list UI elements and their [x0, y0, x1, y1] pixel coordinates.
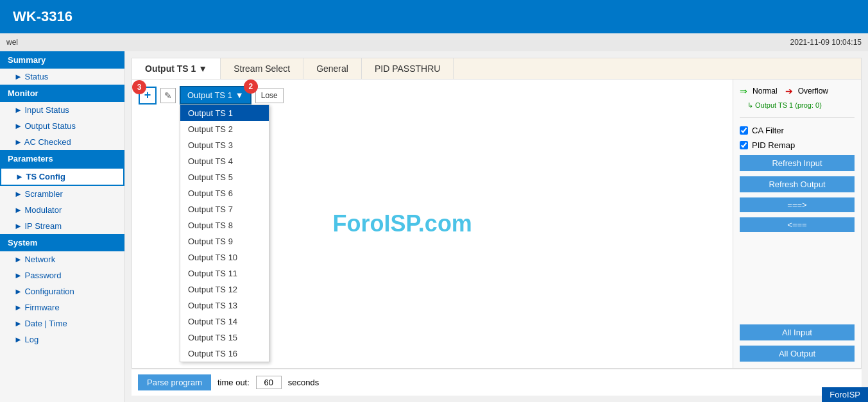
dropdown-item-10[interactable]: Output TS 10	[180, 249, 269, 265]
dropdown-item-12[interactable]: Output TS 12	[180, 281, 269, 297]
sidebar-item-output-status[interactable]: ► Output Status	[0, 118, 124, 134]
sub-arrow-icon: ↳	[747, 101, 753, 109]
topbar: wel 2021-11-09 10:04:15	[0, 33, 868, 51]
sidebar-item-ts-config[interactable]: ► TS Config	[0, 167, 124, 186]
ca-filter-row: CA Filter	[740, 126, 855, 135]
timeout-label: time out:	[217, 378, 250, 387]
welcome-text: wel	[6, 38, 18, 47]
arrow-left-button[interactable]: <===	[740, 217, 855, 232]
ca-filter-checkbox[interactable]	[740, 126, 748, 135]
pid-remap-checkbox[interactable]	[740, 141, 748, 149]
app-header: WK-3316	[0, 0, 868, 33]
refresh-output-button[interactable]: Refresh Output	[740, 176, 855, 192]
seconds-label: seconds	[288, 378, 319, 387]
output-ts-menu: Output TS 1Output TS 2Output TS 3Output …	[180, 105, 269, 362]
arrow-right-button[interactable]: ===>	[740, 197, 855, 212]
sidebar-item-ip-stream[interactable]: ► IP Stream	[0, 218, 124, 234]
sidebar-section-monitor: Monitor	[0, 85, 124, 102]
dropdown-item-13[interactable]: Output TS 13	[180, 297, 269, 314]
dropdown-item-6[interactable]: Output TS 6	[180, 185, 269, 201]
sidebar-item-input-status[interactable]: ► Input Status	[0, 102, 124, 118]
legend-output: Output TS 1 (prog: 0)	[755, 101, 822, 109]
sidebar-item-ac-checked[interactable]: ► AC Checked	[0, 134, 124, 150]
legend-output-row: ↳ Output TS 1 (prog: 0)	[747, 101, 855, 110]
pid-remap-label: PID Remap	[752, 140, 795, 150]
tab-pid-passthru[interactable]: PID PASSTHRU	[362, 58, 454, 79]
all-output-button[interactable]: All Output	[740, 346, 855, 362]
left-panel: 3 + ✎ 2 Output TS 1 ▼	[132, 80, 733, 368]
output-ts-label: Output TS 1	[187, 90, 232, 100]
layout: Summary► StatusMonitor► Input Status► Ou…	[0, 51, 868, 402]
refresh-input-button[interactable]: Refresh Input	[740, 155, 855, 171]
tab-output-ts-1[interactable]: Output TS 1 ▼	[132, 58, 221, 79]
bottom-bar: Parse program time out: seconds	[132, 369, 862, 396]
sidebar-item-firmware[interactable]: ► Firmware	[0, 299, 124, 315]
output-ts-dropdown-button[interactable]: Output TS 1 ▼	[180, 86, 251, 105]
dropdown-item-4[interactable]: Output TS 4	[180, 153, 269, 169]
dropdown-item-5[interactable]: Output TS 5	[180, 169, 269, 185]
content-area: 3 + ✎ 2 Output TS 1 ▼	[132, 79, 862, 369]
sidebar-item-status[interactable]: ► Status	[0, 69, 124, 85]
sidebar: Summary► StatusMonitor► Input Status► Ou…	[0, 51, 125, 402]
dropdown-item-1[interactable]: Output TS 1	[180, 105, 269, 121]
legend-normal-row: ⇒ Normal ➔ Overflow	[740, 86, 855, 96]
chevron-down-icon: ▼	[198, 63, 207, 74]
toolbar: 3 + ✎ 2 Output TS 1 ▼	[139, 86, 726, 105]
dropdown-item-14[interactable]: Output TS 14	[180, 314, 269, 330]
dropdown-item-11[interactable]: Output TS 11	[180, 265, 269, 281]
tab-output-ts-1-label: Output TS 1	[145, 63, 196, 74]
sidebar-section-parameters: Parameters	[0, 150, 124, 167]
dropdown-item-7[interactable]: Output TS 7	[180, 201, 269, 217]
badge-2: 2	[244, 80, 258, 94]
sidebar-item-log[interactable]: ► Log	[0, 331, 124, 348]
dropdown-item-9[interactable]: Output TS 9	[180, 233, 269, 249]
datetime: 2021-11-09 10:04:15	[790, 38, 862, 47]
sidebar-section-system: System	[0, 234, 124, 251]
dropdown-arrow-icon: ▼	[235, 90, 244, 100]
tab-general[interactable]: General	[303, 58, 362, 79]
right-panel: ⇒ Normal ➔ Overflow ↳ Output TS 1 (prog:…	[733, 80, 861, 368]
ca-filter-label: CA Filter	[752, 126, 784, 135]
parse-program-button[interactable]: Parse program	[138, 374, 211, 390]
sidebar-item-configuration[interactable]: ► Configuration	[0, 283, 124, 299]
lose-button[interactable]: Lose	[255, 88, 284, 103]
dropdown-item-2[interactable]: Output TS 2	[180, 121, 269, 137]
sidebar-item-modulator[interactable]: ► Modulator	[0, 202, 124, 218]
tab-bar: Output TS 1 ▼ Stream Select General PID …	[132, 58, 862, 79]
legend-overflow: Overflow	[798, 87, 828, 96]
overflow-arrow-icon: ➔	[785, 86, 793, 96]
app-title: WK-3316	[13, 8, 72, 25]
main-content: Output TS 1 ▼ Stream Select General PID …	[125, 51, 868, 402]
sidebar-section-summary: Summary	[0, 51, 124, 69]
sidebar-item-password[interactable]: ► Password	[0, 267, 124, 283]
edit-button[interactable]: ✎	[160, 88, 176, 103]
legend-normal: Normal	[753, 87, 778, 96]
dropdown-item-16[interactable]: Output TS 16	[180, 346, 269, 362]
footer-label: ForoISP	[830, 390, 860, 399]
timeout-input[interactable]	[256, 376, 282, 389]
normal-arrow-icon: ⇒	[740, 86, 747, 96]
dropdown-item-15[interactable]: Output TS 15	[180, 330, 269, 346]
sidebar-item-network[interactable]: ► Network	[0, 251, 124, 267]
sidebar-item-date-time[interactable]: ► Date | Time	[0, 315, 124, 331]
tab-stream-select[interactable]: Stream Select	[221, 58, 303, 79]
all-input-button[interactable]: All Input	[740, 324, 855, 340]
footer: ForoISP	[822, 387, 868, 402]
output-ts-dropdown: 2 Output TS 1 ▼ Output TS 1Output TS 2Ou…	[180, 86, 251, 105]
dropdown-item-8[interactable]: Output TS 8	[180, 217, 269, 233]
pid-remap-row: PID Remap	[740, 140, 855, 150]
sidebar-item-scrambler[interactable]: ► Scrambler	[0, 186, 124, 202]
badge-3: 3	[132, 80, 146, 94]
dropdown-item-3[interactable]: Output TS 3	[180, 137, 269, 153]
watermark: ForoISP.com	[332, 210, 472, 237]
